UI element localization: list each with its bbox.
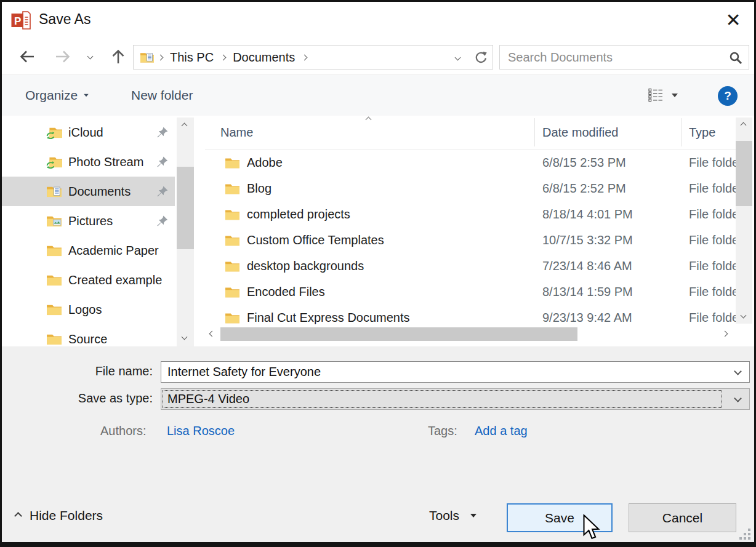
column-divider[interactable] <box>681 118 682 146</box>
caret-down-icon <box>84 94 89 97</box>
main-area: iCloudPhoto StreamDocumentsPicturesAcade… <box>2 116 754 346</box>
close-icon[interactable]: ✕ <box>721 8 746 33</box>
scroll-left-icon[interactable] <box>209 331 215 337</box>
table-row[interactable]: completed projects8/18/14 4:01 PMFile fo… <box>205 202 736 228</box>
sidebar-item-documents[interactable]: Documents <box>2 177 175 206</box>
file-list: Name Date modified Type Adobe6/8/15 2:53… <box>205 116 736 346</box>
authors-value[interactable]: Lisa Roscoe <box>167 424 235 438</box>
breadcrumb-separator-icon <box>220 54 227 60</box>
mouse-cursor <box>581 514 601 543</box>
sidebar-scrollbar[interactable] <box>177 118 194 346</box>
date-modified-cell: 9/23/13 9:42 AM <box>542 311 632 325</box>
sidebar-scroll-thumb[interactable] <box>177 167 194 249</box>
scroll-down-icon[interactable] <box>182 334 188 340</box>
magnifier-icon[interactable] <box>729 51 742 65</box>
tools-button[interactable]: Tools <box>429 508 477 523</box>
breadcrumb-item[interactable]: This PC <box>170 50 214 65</box>
breadcrumb-items: This PCDocuments <box>155 50 310 65</box>
add-a-tag-link[interactable]: Add a tag <box>475 424 528 438</box>
address-dropdown-icon[interactable] <box>455 54 461 60</box>
refresh-button[interactable] <box>468 45 493 70</box>
table-row[interactable]: desktop backgrounds7/23/14 8:46 AMFile f… <box>205 254 736 279</box>
sidebar-item-icloud[interactable]: iCloud <box>2 118 175 147</box>
chevron-down-icon[interactable] <box>734 394 742 402</box>
column-divider[interactable] <box>534 118 535 146</box>
column-header-date-modified[interactable]: Date modified <box>542 126 618 140</box>
powerpoint-icon <box>10 10 31 31</box>
table-row[interactable]: Adobe6/8/15 2:53 PMFile folder <box>205 150 736 176</box>
window-title: Save As <box>39 11 90 28</box>
type-cell: File folder <box>689 259 736 273</box>
save-as-type-select[interactable]: MPEG-4 Video <box>161 388 750 410</box>
breadcrumb-item[interactable]: Documents <box>233 50 295 65</box>
search-box <box>499 45 749 70</box>
details-view-icon <box>648 88 663 103</box>
sync-folder-icon <box>46 155 62 169</box>
views-button[interactable] <box>648 75 678 116</box>
new-folder-label: New folder <box>131 88 193 103</box>
pin-icon <box>156 156 169 168</box>
column-header-name[interactable]: Name <box>220 126 253 140</box>
type-cell: File folder <box>689 182 736 196</box>
sidebar-item-label: Logos <box>68 303 102 317</box>
authors-label: Authors: <box>100 424 146 438</box>
list-scrollbar[interactable] <box>736 118 752 324</box>
table-row[interactable]: Custom Office Templates10/7/15 3:32 PMFi… <box>205 228 736 254</box>
resize-grip-icon[interactable] <box>737 526 750 540</box>
hide-folders-label: Hide Folders <box>30 508 103 523</box>
folder-icon <box>46 273 62 287</box>
back-button[interactable] <box>19 49 35 65</box>
new-folder-button[interactable]: New folder <box>131 75 193 116</box>
column-header-type[interactable]: Type <box>689 126 715 140</box>
file-name-input[interactable] <box>161 362 749 382</box>
sidebar-item-pictures[interactable]: Pictures <box>2 206 175 236</box>
sidebar-item-created-example[interactable]: Created example <box>2 265 175 295</box>
folder-icon <box>225 260 240 273</box>
pictures-folder-icon <box>46 214 62 228</box>
cancel-button[interactable]: Cancel <box>629 503 736 532</box>
file-name-label: File name: <box>30 364 153 378</box>
file-name-cell: Custom Office Templates <box>247 233 384 247</box>
table-row[interactable]: Blog6/8/15 2:52 PMFile folder <box>205 176 736 202</box>
sidebar-item-label: Academic Paper <box>68 244 159 258</box>
organize-button[interactable]: Organize <box>25 75 89 116</box>
file-name-cell: desktop backgrounds <box>247 259 364 273</box>
footer-bar: Hide Folders Tools Save Cancel <box>2 497 754 544</box>
date-modified-cell: 6/8/15 2:53 PM <box>542 156 626 170</box>
type-cell: File folder <box>689 233 736 247</box>
recent-locations-icon[interactable] <box>87 54 94 60</box>
help-button[interactable]: ? <box>718 86 738 106</box>
file-name-cell: Final Cut Express Documents <box>247 311 410 325</box>
sidebar-item-logos[interactable]: Logos <box>2 295 175 324</box>
forward-button[interactable] <box>55 49 71 65</box>
scroll-up-icon[interactable] <box>182 123 188 129</box>
folder-icon <box>225 156 240 169</box>
caret-down-icon <box>470 514 477 517</box>
file-name-cell: Encoded Files <box>247 285 325 299</box>
table-row[interactable]: Encoded Files8/13/14 1:59 PMFile folder <box>205 279 736 305</box>
date-modified-cell: 8/18/14 4:01 PM <box>542 207 633 222</box>
breadcrumb-separator-icon <box>302 54 308 60</box>
horizontal-scroll-thumb[interactable] <box>220 327 577 341</box>
documents-folder-icon <box>140 51 155 63</box>
search-input[interactable] <box>500 46 749 69</box>
sidebar-item-label: Source <box>68 332 107 346</box>
breadcrumb-separator-icon <box>158 54 164 60</box>
list-scroll-thumb[interactable] <box>736 141 752 206</box>
tools-label: Tools <box>429 508 459 523</box>
up-button[interactable] <box>110 49 126 65</box>
title-bar: Save As ✕ <box>2 2 754 39</box>
type-cell: File folder <box>689 207 736 222</box>
horizontal-scrollbar[interactable] <box>205 326 736 343</box>
breadcrumb[interactable]: This PCDocuments <box>133 45 469 70</box>
folder-icon <box>46 303 62 316</box>
views-caret-icon <box>672 94 678 97</box>
scroll-down-icon[interactable] <box>741 313 747 319</box>
scroll-right-icon[interactable] <box>722 331 728 337</box>
sidebar-item-source[interactable]: Source <box>2 324 175 346</box>
file-name-cell: Blog <box>247 182 271 196</box>
scroll-up-icon[interactable] <box>741 122 747 129</box>
sidebar-item-photo-stream[interactable]: Photo Stream <box>2 147 175 177</box>
sidebar-item-academic-paper[interactable]: Academic Paper <box>2 236 175 265</box>
hide-folders-button[interactable]: Hide Folders <box>15 508 103 523</box>
